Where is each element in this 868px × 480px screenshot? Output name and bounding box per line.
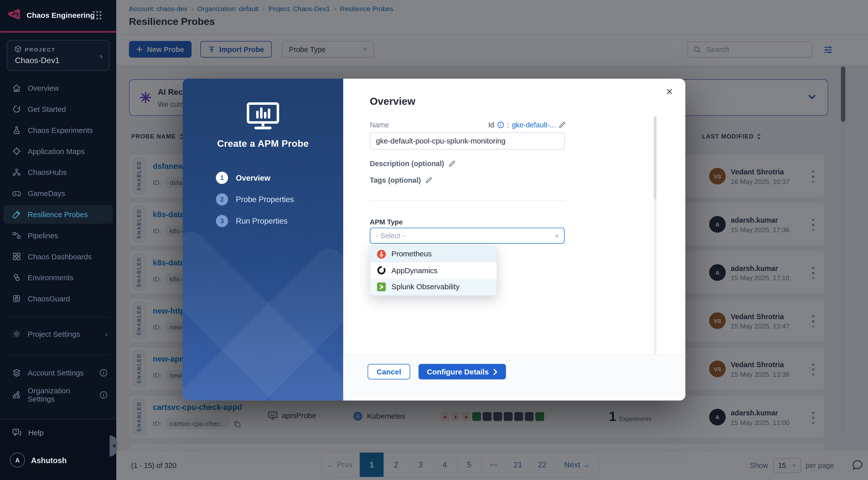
apm-monitor-icon (246, 102, 280, 131)
step-label: Probe Properties (236, 195, 294, 204)
sidebar-item-chaosguard[interactable]: ChaosGuard (0, 288, 116, 309)
description-label: Description (optional) (370, 159, 444, 168)
close-icon[interactable]: ✕ (666, 86, 673, 97)
sidebar-divider (8, 317, 108, 318)
probe-id-value[interactable]: gke-default-... (512, 121, 556, 129)
brand-title: Chaos Engineering (27, 11, 95, 19)
sidebar-item-label: ChaosGuard (28, 294, 70, 303)
probe-name-input[interactable] (370, 132, 565, 150)
id-separator: : (507, 121, 509, 129)
tags-label: Tags (optional) (370, 176, 421, 184)
sidebar-item-application-maps[interactable]: Application Maps (0, 141, 116, 162)
chevron-right-icon: › (105, 330, 107, 338)
chevron-right-icon: › (100, 52, 102, 60)
sidebar-item-project-settings[interactable]: Project Settings › (0, 324, 116, 344)
sidebar-item-overview[interactable]: Overview (0, 78, 116, 99)
sidebar-item-label: Account Settings (28, 369, 84, 377)
id-label: Id (488, 121, 494, 129)
sidebar-item-help[interactable]: ? Help (12, 428, 43, 437)
edit-pencil-icon[interactable] (425, 177, 433, 184)
sidebar-item-organization-settings[interactable]: Organization Settings (0, 385, 116, 406)
option-label: Prometheus (391, 250, 432, 258)
sidebar-item-chaos-dashboards[interactable]: Chaos Dashboards (0, 246, 116, 267)
target-icon (12, 147, 21, 155)
sidebar-item-label: Resilience Probes (28, 210, 88, 218)
app-grid-icon[interactable] (93, 11, 102, 20)
apm-type-label: APM Type (370, 218, 403, 226)
sidebar-item-chaos-experiments[interactable]: Chaos Experiments (0, 120, 116, 141)
sidebar-divider (8, 355, 108, 355)
project-name: Chaos-Dev1 (15, 56, 60, 65)
apm-type-dropdown: Prometheus AppDynamics Splunk Observabil… (370, 245, 497, 295)
sidebar-item-label: GameDays (28, 189, 65, 198)
edit-pencil-icon[interactable] (559, 121, 566, 129)
chevron-down-icon: ˅ (555, 233, 559, 239)
dashboard-icon (12, 252, 21, 261)
info-icon (100, 369, 107, 377)
step-number: 2 (216, 193, 228, 205)
step-label: Run Properties (236, 217, 287, 226)
sidebar-item-get-started[interactable]: Get Started (0, 98, 116, 120)
tags-row[interactable]: Tags (optional) (370, 176, 433, 184)
scrollbar-thumb[interactable] (654, 116, 656, 200)
sidebar-item-environments[interactable]: Environments (0, 267, 116, 288)
edit-pencil-icon[interactable] (448, 160, 456, 168)
sidebar-footer: ? Help A Ashutosh (0, 419, 116, 480)
cancel-button[interactable]: Cancel (368, 364, 410, 380)
option-label: AppDynamics (391, 266, 437, 275)
sidebar-item-resilience-probes[interactable]: Resilience Probes (0, 204, 116, 225)
option-prometheus[interactable]: Prometheus (370, 246, 497, 262)
step-probe-properties[interactable]: 2 Probe Properties (216, 193, 294, 205)
cube-icon (14, 46, 22, 53)
gamepad-icon (12, 189, 21, 198)
option-label: Splunk Observability (391, 283, 459, 291)
apm-type-select[interactable]: - Select - ˅ (370, 228, 565, 244)
create-apm-probe-modal: Create a APM Probe 1 Overview 2 Probe Pr… (183, 79, 685, 400)
project-label: PROJECT (25, 47, 56, 53)
step-number: 3 (216, 215, 228, 227)
sidebar-nav: Overview Get Started Chaos Experiments A… (0, 78, 116, 309)
sidebar-item-label: Chaos Dashboards (28, 252, 92, 261)
prometheus-icon (377, 249, 386, 258)
sidebar-item-label: Project Settings (28, 330, 80, 338)
option-appdynamics[interactable]: AppDynamics (370, 262, 497, 279)
info-icon (100, 391, 107, 399)
help-icon: ? (12, 428, 21, 437)
flask-icon (12, 126, 21, 134)
step-overview[interactable]: 1 Overview (216, 172, 294, 184)
pipeline-icon (12, 231, 21, 240)
probe-id-line: Id : gke-default-... (488, 121, 566, 129)
sidebar-item-label: Organization Settings (28, 387, 86, 403)
gear-icon (12, 329, 21, 338)
option-splunk-observability[interactable]: Splunk Observability (370, 279, 497, 295)
description-row[interactable]: Description (optional) (370, 159, 456, 168)
sidebar: Chaos Engineering PROJECT Chaos-Dev1 › O… (0, 0, 116, 480)
sidebar-item-gamedays[interactable]: GameDays (0, 183, 116, 204)
layers-icon (12, 368, 21, 377)
step-number: 1 (216, 172, 228, 184)
user-name: Ashutosh (31, 456, 67, 464)
sidebar-item-label: Pipelines (28, 231, 58, 240)
step-run-properties[interactable]: 3 Run Properties (216, 215, 294, 227)
chaos-logo-icon (7, 8, 22, 22)
app-root: Account: chaos-dev› Organization: defaul… (0, 0, 868, 480)
wizard-title: Create a APM Probe (183, 139, 343, 150)
form-divider (370, 200, 565, 201)
user-menu[interactable]: A Ashutosh (10, 453, 67, 468)
modal-scrollbar[interactable] (654, 116, 656, 355)
project-selector[interactable]: PROJECT Chaos-Dev1 › (6, 40, 110, 71)
brand[interactable]: Chaos Engineering (0, 0, 116, 31)
step-label: Overview (236, 173, 270, 182)
info-icon[interactable] (497, 121, 504, 129)
sidebar-item-pipelines[interactable]: Pipelines (0, 225, 116, 246)
user-avatar: A (10, 453, 25, 468)
sidebar-item-chaoshubs[interactable]: ChaosHubs (0, 162, 116, 183)
environments-icon (12, 273, 21, 282)
modal-form-panel: ✕ Overview Name Id : gke-default-... Des… (343, 79, 685, 400)
sidebar-item-label: Help (28, 428, 43, 437)
sidebar-item-account-settings[interactable]: Account Settings (0, 362, 116, 383)
probe-icon (12, 210, 21, 219)
configure-details-button[interactable]: Configure Details (418, 364, 506, 380)
home-icon (12, 84, 21, 92)
wizard-panel: Create a APM Probe 1 Overview 2 Probe Pr… (183, 79, 343, 400)
